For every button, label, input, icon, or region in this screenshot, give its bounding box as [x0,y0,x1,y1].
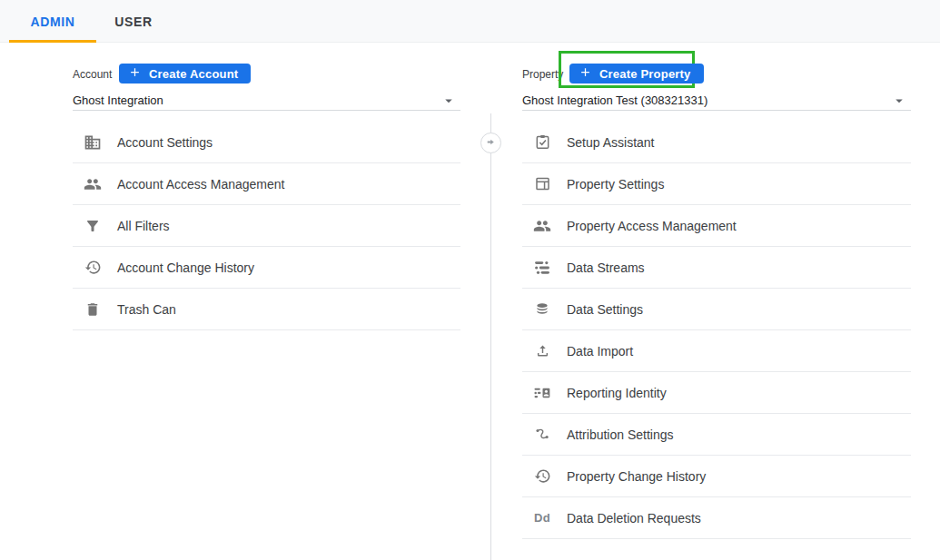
property-section-label: Property [522,68,563,81]
tab-user-label: USER [114,15,152,29]
dd-icon: Dd [533,509,551,527]
menu-item-data-streams[interactable]: Data Streams [522,247,911,289]
tab-admin-label: ADMIN [31,15,75,29]
menu-item-label: Data Streams [567,260,645,275]
menu-item-label: Account Access Management [117,177,284,192]
menu-item-setup-assistant[interactable]: Setup Assistant [522,122,911,163]
menu-item-property-settings[interactable]: Property Settings [522,163,911,205]
people-icon [533,217,551,235]
column-divider [490,113,491,560]
create-property-button-label: Create Property [599,67,691,81]
create-property-button[interactable]: Create Property [569,64,704,84]
menu-item-label: Reporting Identity [567,386,667,400]
plus-icon [579,65,592,82]
account-section-label: Account [73,68,112,81]
history-icon [533,467,551,486]
menu-item-label: Setup Assistant [567,135,655,150]
menu-item-property-access-management[interactable]: Property Access Management [522,205,911,247]
menu-item-account-access-management[interactable]: Account Access Management [73,163,460,205]
collapse-account-panel-button[interactable] [480,133,501,153]
menu-item-label: Data Import [567,344,633,359]
tab-admin[interactable]: ADMIN [9,0,96,43]
account-menu: Account SettingsAccount Access Managemen… [73,122,460,330]
menu-item-account-change-history[interactable]: Account Change History [73,247,460,289]
history-icon [84,259,102,277]
menu-item-label: Property Change History [567,469,706,484]
data-streams-icon [533,259,551,277]
menu-item-label: Data Deletion Requests [567,511,701,526]
property-selector[interactable]: Ghost Integration Test (308321331) [522,92,911,111]
building-icon [84,133,102,152]
menu-item-data-deletion-requests[interactable]: DdData Deletion Requests [522,497,911,539]
menu-item-data-import[interactable]: Data Import [522,330,911,372]
property-settings-icon [533,175,551,193]
chevron-down-icon [891,93,907,109]
menu-item-label: All Filters [117,219,170,233]
menu-item-label: Property Settings [567,177,664,192]
reporting-identity-icon [533,384,551,402]
menu-item-label: Account Settings [117,135,213,150]
account-selector[interactable]: Ghost Integration [73,92,460,111]
database-icon [533,300,551,319]
menu-item-reporting-identity[interactable]: Reporting Identity [522,372,911,414]
menu-item-data-settings[interactable]: Data Settings [522,289,911,330]
menu-item-label: Account Change History [117,260,254,275]
menu-item-label: Attribution Settings [567,427,674,442]
trash-icon [84,300,102,319]
attribution-icon [533,426,551,444]
account-selector-value: Ghost Integration [73,93,163,107]
filter-icon [84,217,102,235]
menu-item-label: Property Access Management [567,219,737,233]
menu-item-account-settings[interactable]: Account Settings [73,122,460,163]
people-icon [84,175,102,193]
tab-user[interactable]: USER [96,0,171,43]
menu-item-trash-can[interactable]: Trash Can [73,289,460,330]
admin-user-tab-bar: ADMIN USER [0,0,940,43]
arrow-right-icon [485,136,497,151]
active-tab-underline [9,40,96,43]
create-account-button-label: Create Account [149,67,238,81]
menu-item-all-filters[interactable]: All Filters [73,205,460,247]
setup-assistant-icon [533,133,551,152]
upload-icon [533,342,551,360]
create-account-button[interactable]: Create Account [119,64,251,84]
menu-item-label: Trash Can [117,302,176,317]
menu-item-property-change-history[interactable]: Property Change History [522,456,911,497]
menu-item-attribution-settings[interactable]: Attribution Settings [522,414,911,456]
property-selector-value: Ghost Integration Test (308321331) [522,93,707,107]
menu-item-label: Data Settings [567,302,643,317]
property-menu: Setup AssistantProperty SettingsProperty… [522,122,911,539]
chevron-down-icon [440,93,457,109]
plus-icon [128,65,142,82]
